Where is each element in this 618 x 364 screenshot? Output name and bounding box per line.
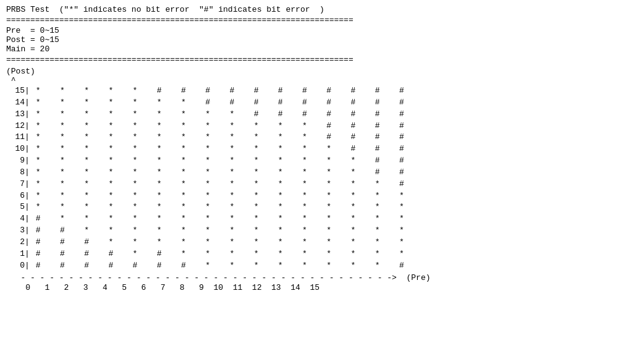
row-label: 7	[6, 179, 25, 190]
table-row: 2| # # # * * * * * * * * * * * * *	[6, 237, 612, 248]
config-block: Pre = 0~15 Post = 0~15 Main = 20	[6, 26, 612, 54]
row-data: * * * * * * * * * * * * # # # #	[30, 121, 405, 132]
row-data: * * * * * * * * * * * * * * * *	[30, 201, 405, 213]
row-pipe: |	[25, 97, 30, 109]
row-label: 13	[6, 109, 25, 121]
row-data: * * * * * * * # # # # # # # # #	[30, 97, 405, 109]
separator-top: ========================================…	[6, 15, 612, 25]
row-data: # # # # * # * * * * * * * * * *	[30, 248, 405, 260]
table-row: 13| * * * * * * * * * # # # # # # #	[6, 109, 612, 121]
row-label: 9	[6, 155, 25, 167]
separator-bottom: ========================================…	[6, 55, 612, 64]
row-data: * * * * * * * * * * * * * * # #	[30, 167, 405, 179]
row-data: # # # # # # # * * * * * * * * #	[30, 260, 405, 272]
row-data: # # * * * * * * * * * * * * * *	[30, 225, 405, 237]
config-pre: Pre = 0~15	[6, 26, 612, 35]
row-label: 0	[6, 260, 25, 272]
row-data: * * * * * * * * * # # # # # # #	[30, 109, 405, 121]
row-label: 4	[6, 213, 25, 225]
table-row: 5| * * * * * * * * * * * * * * * *	[6, 201, 612, 213]
table-row: 6| * * * * * * * * * * * * * * * *	[6, 190, 612, 202]
row-label: 2	[6, 237, 25, 248]
row-pipe: |	[25, 109, 30, 121]
table-row: 3| # # * * * * * * * * * * * * * *	[6, 225, 612, 237]
row-label: 8	[6, 167, 25, 179]
row-label: 1	[6, 248, 25, 260]
row-pipe: |	[25, 260, 30, 272]
row-data: # * * * * * * * * * * * * * * *	[30, 213, 405, 225]
row-data: * * * * * * * * * * * * * * * #	[30, 179, 405, 190]
table-row: 10| * * * * * * * * * * * * * # # #	[6, 143, 612, 155]
table-row: 1| # # # # * # * * * * * * * * * *	[6, 248, 612, 260]
table-row: 15| * * * * * # # # # # # # # # # #	[6, 85, 612, 97]
row-label: 5	[6, 201, 25, 213]
row-label: 14	[6, 97, 25, 109]
config-main: Main = 20	[6, 44, 612, 54]
row-label: 10	[6, 143, 25, 155]
post-label: (Post)	[6, 67, 612, 76]
row-pipe: |	[25, 190, 30, 202]
row-data: * * * * * * * * * * * * # # # #	[30, 132, 405, 143]
table-row: 9| * * * * * * * * * * * * * * # #	[6, 155, 612, 167]
row-pipe: |	[25, 143, 30, 155]
row-pipe: |	[25, 179, 30, 190]
row-label: 12	[6, 121, 25, 132]
x-axis-row: - - - - - - - - - - - - - - - - - - - - …	[6, 273, 612, 282]
row-data: * * * * * * * * * * * * * * # #	[30, 155, 405, 167]
row-label: 3	[6, 225, 25, 237]
row-data: * * * * * * * * * * * * * * * *	[30, 190, 405, 202]
row-pipe: |	[25, 121, 30, 132]
row-data: # # # * * * * * * * * * * * * *	[30, 237, 405, 248]
table-row: 0| # # # # # # # * * * * * * * * #	[6, 260, 612, 272]
table-row: 8| * * * * * * * * * * * * * * # #	[6, 167, 612, 179]
row-pipe: |	[25, 213, 30, 225]
chart-area: (Post) ^ 15| * * * * * # # # # # # # # #…	[6, 67, 612, 292]
table-row: 12| * * * * * * * * * * * * # # # #	[6, 121, 612, 132]
table-row: 4| # * * * * * * * * * * * * * * *	[6, 213, 612, 225]
config-post: Post = 0~15	[6, 35, 612, 44]
chart-rows-container: 15| * * * * * # # # # # # # # # # #14| *…	[6, 85, 612, 272]
row-label: 11	[6, 132, 25, 143]
row-pipe: |	[25, 237, 30, 248]
x-labels-row: 0 1 2 3 4 5 6 7 8 9 10 11 12 13 14 15	[6, 283, 612, 292]
table-row: 14| * * * * * * * # # # # # # # # #	[6, 97, 612, 109]
row-data: * * * * * # # # # # # # # # # #	[30, 85, 405, 97]
row-data: * * * * * * * * * * * * * # # #	[30, 143, 405, 155]
table-row: 11| * * * * * * * * * * * * # # # #	[6, 132, 612, 143]
row-pipe: |	[25, 167, 30, 179]
row-pipe: |	[25, 85, 30, 97]
caret-line: ^	[6, 76, 612, 85]
row-pipe: |	[25, 248, 30, 260]
row-pipe: |	[25, 225, 30, 237]
table-row: 7| * * * * * * * * * * * * * * * #	[6, 179, 612, 190]
row-label: 6	[6, 190, 25, 202]
row-label: 15	[6, 85, 25, 97]
title-bar: PRBS Test ("*" indicates no bit error "#…	[6, 5, 612, 14]
row-pipe: |	[25, 155, 30, 167]
row-pipe: |	[25, 132, 30, 143]
row-pipe: |	[25, 201, 30, 213]
